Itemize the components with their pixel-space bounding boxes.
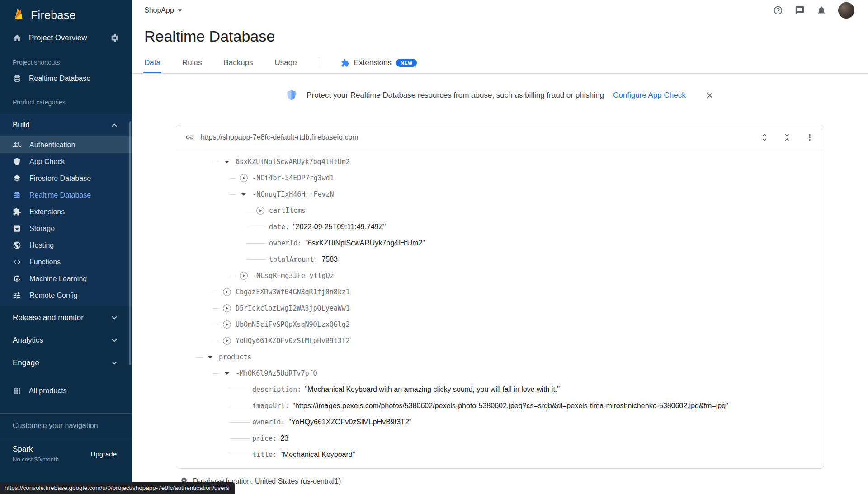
sidebar-item-authentication[interactable]: Authentication xyxy=(0,136,132,153)
tree-node-key[interactable]: CbgazEXRw3Wf64GN3qR1fj0n8kz1 xyxy=(236,288,350,296)
tab-data[interactable]: Data xyxy=(144,52,160,73)
tree-node-key[interactable]: date: xyxy=(269,223,289,231)
tab-usage[interactable]: Usage xyxy=(275,52,297,73)
tab-extensions[interactable]: Extensions NEW xyxy=(341,52,417,73)
chevron-down-icon xyxy=(109,335,119,345)
customise-navigation-button[interactable]: Customise your navigation xyxy=(0,414,132,433)
tree-connector xyxy=(230,194,236,195)
tree-node-key[interactable]: ownerId: xyxy=(252,418,285,426)
tree-node-value[interactable]: "2022-09-25T09:11:49.749Z" xyxy=(293,223,386,231)
gear-icon[interactable] xyxy=(110,33,119,42)
tree-node-key[interactable]: ownerId: xyxy=(269,239,302,247)
sidebar-item-machine-learning[interactable]: Machine Learning xyxy=(0,270,132,287)
sidebar-item-label: Functions xyxy=(29,258,61,266)
sidebar-item-firestore-database[interactable]: Firestore Database xyxy=(0,170,132,187)
sidebar-section-analytics[interactable]: Analytics xyxy=(0,329,132,352)
tree-connector xyxy=(213,373,219,374)
sidebar-item-storage[interactable]: Storage xyxy=(0,220,132,237)
tree-node-key[interactable]: -MhOK6l9Az5UdRTv7pfO xyxy=(236,369,317,377)
sidebar-item-realtime-database[interactable]: Realtime Database xyxy=(0,187,132,203)
sidebar-section-release-and-monitor[interactable]: Release and monitor xyxy=(0,306,132,329)
upgrade-button[interactable]: Upgrade xyxy=(88,450,119,458)
tab-bar: DataRulesBackupsUsage Extensions NEW xyxy=(132,52,868,74)
tree-node-key[interactable]: price: xyxy=(252,434,277,442)
tree-node-key[interactable]: imageUrl: xyxy=(252,402,289,410)
tree-node-key[interactable]: YoHQy661XZOFv0zSlMLpHvB9t3T2 xyxy=(236,337,350,345)
tree-connector xyxy=(230,178,236,179)
feedback-icon[interactable] xyxy=(795,5,805,15)
close-banner-icon[interactable] xyxy=(705,90,715,100)
sidebar-item-all-products[interactable]: All products xyxy=(0,381,132,401)
tree-node-key[interactable]: totalAmount: xyxy=(269,255,318,263)
tree-node-key[interactable]: -NCi4br-54EDP7rg3wd1 xyxy=(252,174,334,182)
sidebar: Firebase Project Overview Project shortc… xyxy=(0,0,132,494)
sidebar-item-hosting[interactable]: Hosting xyxy=(0,237,132,254)
user-avatar[interactable] xyxy=(838,2,854,19)
tree-collapse-toggle-icon[interactable] xyxy=(220,156,234,168)
tree-node-value[interactable]: "https://images.pexels.com/photos/538060… xyxy=(292,402,728,410)
tree-expand-toggle-icon[interactable] xyxy=(254,205,267,216)
firebase-logo[interactable]: Firebase xyxy=(0,0,132,27)
sidebar-item-realtime-database-shortcut[interactable]: Realtime Database xyxy=(0,69,132,89)
tree-connector xyxy=(213,341,219,341)
tree-node-key[interactable]: -NCsqRFmg3JFe-ytlgQz xyxy=(252,272,334,280)
topbar-actions xyxy=(773,2,854,19)
tree-expand-toggle-icon[interactable] xyxy=(220,335,234,347)
tree-node-key[interactable]: 6sxKZUiNpiScwARUyk7bg4lHtUm2 xyxy=(236,158,350,166)
tab-rules[interactable]: Rules xyxy=(182,52,202,73)
database-card-header: https://shopapp-7e8fc-default-rtdb.fireb… xyxy=(176,125,824,150)
tree-node-key[interactable]: title: xyxy=(252,451,277,459)
tree-connector xyxy=(230,455,250,455)
tree-node-value[interactable]: "YoHQy661XZOFv0zSlMLpHvB9t3T2" xyxy=(288,418,411,426)
tree-node-key[interactable]: UbOmN5ciFvSPQpXsqN9OLzxQGlq2 xyxy=(236,320,350,329)
tree-connector xyxy=(213,162,219,162)
tree-node-value[interactable]: "6sxKZUiNpiScwARUyk7bg4lHtUm2" xyxy=(305,239,425,247)
tree-node-key[interactable]: -NCnugTIxH46HrrFevzN xyxy=(252,190,334,198)
tree-node-key[interactable]: description: xyxy=(252,386,301,394)
tree-node-key[interactable]: cartItems xyxy=(269,207,306,215)
all-products-label: All products xyxy=(29,387,67,395)
configure-app-check-link[interactable]: Configure App Check xyxy=(613,91,686,100)
tree-node-value[interactable]: 23 xyxy=(280,434,288,442)
tree-expand-toggle-icon[interactable] xyxy=(220,286,234,298)
build-section-header[interactable]: Build xyxy=(0,114,132,136)
sidebar-section-engage[interactable]: Engage xyxy=(0,352,132,374)
sidebar-scrollbar[interactable] xyxy=(129,121,131,365)
tree-expand-toggle-icon[interactable] xyxy=(220,302,234,314)
tree-expand-toggle-icon[interactable] xyxy=(237,172,250,184)
tree-node-value[interactable]: "Mechanical Keyboard" xyxy=(280,451,355,459)
sidebar-item-project-overview[interactable]: Project Overview xyxy=(0,27,132,49)
notifications-bell-icon[interactable] xyxy=(816,5,826,15)
app-check-shield-icon xyxy=(285,89,297,101)
tree-collapse-toggle-icon[interactable] xyxy=(203,351,217,363)
tab-backups[interactable]: Backups xyxy=(223,52,253,73)
sidebar-item-extensions[interactable]: Extensions xyxy=(0,203,132,220)
tree-collapse-toggle-icon[interactable] xyxy=(237,188,250,200)
extensions-tab-label: Extensions xyxy=(354,58,392,67)
globe-icon xyxy=(13,241,21,249)
project-selector[interactable]: ShopApp xyxy=(144,5,185,15)
sidebar-item-functions[interactable]: Functions xyxy=(0,254,132,270)
sidebar-item-remote-config[interactable]: Remote Config xyxy=(0,287,132,304)
tree-node-key[interactable]: products xyxy=(219,353,251,361)
build-label: Build xyxy=(13,121,30,130)
card-tools xyxy=(760,132,815,142)
help-icon[interactable] xyxy=(773,5,783,15)
tree-connector xyxy=(246,243,266,244)
tree-row-date: date:"2022-09-25T09:11:49.749Z" xyxy=(186,219,816,235)
tree-node-value[interactable]: "Mechanical Keyboard with an amazing cli… xyxy=(305,386,560,394)
app-root: Firebase Project Overview Project shortc… xyxy=(0,0,868,494)
tree-collapse-toggle-icon[interactable] xyxy=(220,367,234,379)
tree-row-totalamount: totalAmount:7583 xyxy=(186,251,816,268)
tree-row-ncsqrfmg3jfe-ytlgqz: -NCsqRFmg3JFe-ytlgQz xyxy=(186,268,816,284)
more-options-icon[interactable] xyxy=(805,132,815,142)
collapse-all-icon[interactable] xyxy=(782,132,792,142)
tree-node-value[interactable]: 7583 xyxy=(321,255,338,263)
tree-expand-toggle-icon[interactable] xyxy=(237,270,250,282)
database-card: https://shopapp-7e8fc-default-rtdb.fireb… xyxy=(176,125,824,469)
tree-expand-toggle-icon[interactable] xyxy=(220,319,234,330)
browser-status-url: https://console.firebase.google.com/u/0/… xyxy=(0,482,235,494)
expand-all-icon[interactable] xyxy=(760,132,769,142)
sidebar-item-app-check[interactable]: App Check xyxy=(0,153,132,170)
tree-node-key[interactable]: D5rIckclozLwgI2WA3jpQLyeaWw1 xyxy=(236,304,350,312)
